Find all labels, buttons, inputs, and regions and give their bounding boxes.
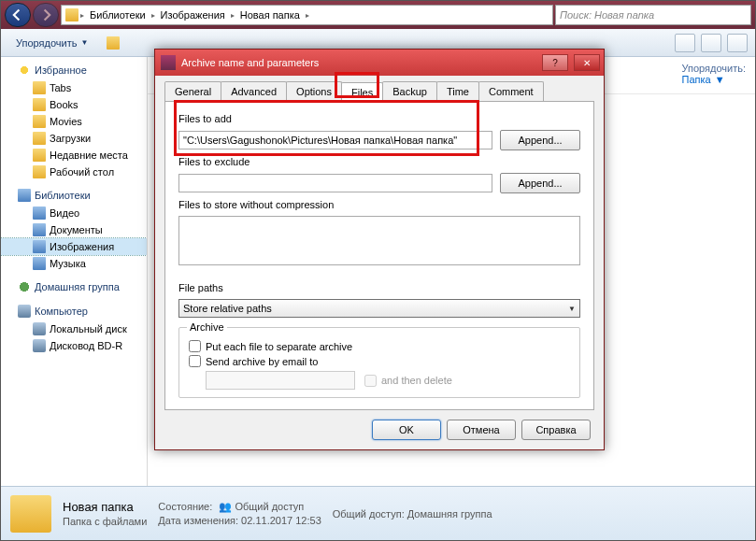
folder-icon <box>33 115 46 128</box>
sidebar-item[interactable]: Документы <box>1 221 147 238</box>
close-button[interactable]: ✕ <box>574 54 600 71</box>
status-name: Новая папка <box>63 500 147 514</box>
sidebar-item[interactable]: Недавние места <box>1 147 147 164</box>
send-email-input <box>206 371 355 390</box>
winrar-icon <box>161 55 176 70</box>
folder-icon <box>33 81 46 94</box>
sidebar-homegroup[interactable]: Домашняя группа <box>1 278 147 296</box>
folder-icon <box>33 165 46 178</box>
pictures-icon <box>33 240 46 253</box>
disc-icon <box>33 339 46 352</box>
dialog-buttons: OK Отмена Справка <box>164 410 594 440</box>
tab-files[interactable]: Files <box>341 82 383 102</box>
tab-content-files: Files to add Append... Files to exclude … <box>164 102 594 410</box>
preview-icon[interactable] <box>701 34 721 52</box>
files-to-exclude-input[interactable] <box>178 174 492 192</box>
help-button[interactable]: Справка <box>521 420 591 440</box>
status-type: Папка с файлами <box>63 516 147 527</box>
files-to-exclude-label: Files to exclude <box>178 156 580 167</box>
send-email-checkbox[interactable]: Send archive by email to <box>189 355 570 367</box>
tab-backup[interactable]: Backup <box>382 81 437 101</box>
music-icon <box>33 257 46 270</box>
archive-legend: Archive <box>187 321 227 333</box>
explorer-nav-bar: ▸ Библиотеки ▸ Изображения ▸ Новая папка… <box>1 1 755 29</box>
view-icon[interactable] <box>675 34 695 52</box>
files-no-compress-input[interactable] <box>178 216 580 265</box>
breadcrumb[interactable]: Новая папка <box>236 8 304 21</box>
sidebar-item[interactable]: Movies <box>1 113 147 130</box>
sort-label: Упорядочить: <box>681 63 746 74</box>
help-button[interactable]: ? <box>542 54 568 71</box>
folder-icon <box>33 132 46 145</box>
address-bar[interactable]: ▸ Библиотеки ▸ Изображения ▸ Новая папка… <box>61 5 553 25</box>
explorer-sidebar: Избранное Tabs Books Movies Загрузки Нед… <box>1 57 148 486</box>
organize-label: Упорядочить <box>16 37 77 49</box>
folder-icon <box>33 98 46 111</box>
help-icon[interactable] <box>727 34 748 52</box>
breadcrumb[interactable]: Изображения <box>157 8 229 21</box>
library-icon <box>18 189 31 202</box>
documents-icon <box>33 223 46 236</box>
sidebar-item[interactable]: Локальный диск <box>1 320 147 337</box>
ok-button[interactable]: OK <box>372 420 441 440</box>
files-to-add-label: Files to add <box>178 113 580 124</box>
status-state: Общий доступ <box>235 501 304 512</box>
computer-icon <box>18 305 31 318</box>
files-to-add-input[interactable] <box>178 131 492 149</box>
sidebar-item[interactable]: Tabs <box>1 79 147 96</box>
explorer-statusbar: Новая папка Папка с файлами Состояние: 👥… <box>1 486 755 540</box>
file-paths-value: Store relative paths <box>183 303 272 314</box>
video-icon <box>33 206 46 220</box>
sidebar-libraries[interactable]: Библиотеки <box>1 186 147 205</box>
dialog-tabs: General Advanced Options Files Backup Ti… <box>164 81 594 102</box>
folder-icon <box>33 149 46 162</box>
append-button[interactable]: Append... <box>500 173 580 193</box>
sidebar-item-selected[interactable]: Изображения <box>1 238 147 255</box>
tab-general[interactable]: General <box>164 81 221 101</box>
sidebar-item[interactable]: Рабочий стол <box>1 164 147 180</box>
append-button[interactable]: Append... <box>500 130 580 150</box>
arrow-right-icon <box>39 8 52 21</box>
sidebar-favorites[interactable]: Избранное <box>1 61 147 79</box>
put-separate-checkbox[interactable]: Put each file to separate archive <box>189 340 570 352</box>
forward-button[interactable] <box>33 3 59 27</box>
folder-icon <box>65 8 78 21</box>
archive-dialog: Archive name and parameters ? ✕ General … <box>154 49 605 450</box>
files-no-compress-label: Files to store without compression <box>178 199 580 210</box>
star-icon <box>18 64 31 77</box>
sidebar-item[interactable]: Books <box>1 96 147 113</box>
back-button[interactable] <box>5 3 31 27</box>
file-paths-label: File paths <box>178 282 580 293</box>
dialog-title: Archive name and parameters <box>181 57 536 68</box>
dialog-titlebar[interactable]: Archive name and parameters ? ✕ <box>155 50 604 76</box>
search-input[interactable]: Поиск: Новая папка <box>555 5 751 25</box>
drive-icon <box>33 322 46 335</box>
status-share: Домашняя группа <box>407 508 492 520</box>
status-date: 02.11.2017 12:53 <box>241 515 321 526</box>
file-paths-dropdown[interactable]: Store relative paths ▼ <box>178 299 580 318</box>
sidebar-item[interactable]: Дисковод BD-R <box>1 337 147 354</box>
archive-groupbox: Archive Put each file to separate archiv… <box>178 327 580 398</box>
breadcrumb[interactable]: Библиотеки <box>86 8 150 21</box>
organize-button[interactable]: Упорядочить ▼ <box>8 35 95 51</box>
tab-advanced[interactable]: Advanced <box>221 81 287 101</box>
sidebar-computer[interactable]: Компьютер <box>1 302 147 320</box>
arrow-left-icon <box>11 8 24 21</box>
search-placeholder: Поиск: Новая папка <box>560 9 654 21</box>
sidebar-item[interactable]: Загрузки <box>1 130 147 147</box>
sidebar-item[interactable]: Видео <box>1 205 147 221</box>
folder-large-icon <box>10 495 51 533</box>
tab-comment[interactable]: Comment <box>478 81 544 101</box>
tab-time[interactable]: Time <box>436 81 479 101</box>
homegroup-icon <box>18 280 31 293</box>
tab-options[interactable]: Options <box>286 81 342 101</box>
cancel-button[interactable]: Отмена <box>447 420 516 440</box>
folder-icon[interactable] <box>107 36 120 50</box>
sort-dropdown[interactable]: Папка ▼ <box>681 74 746 85</box>
and-then-delete-checkbox: and then delete <box>364 375 452 387</box>
sidebar-item[interactable]: Музыка <box>1 255 147 272</box>
